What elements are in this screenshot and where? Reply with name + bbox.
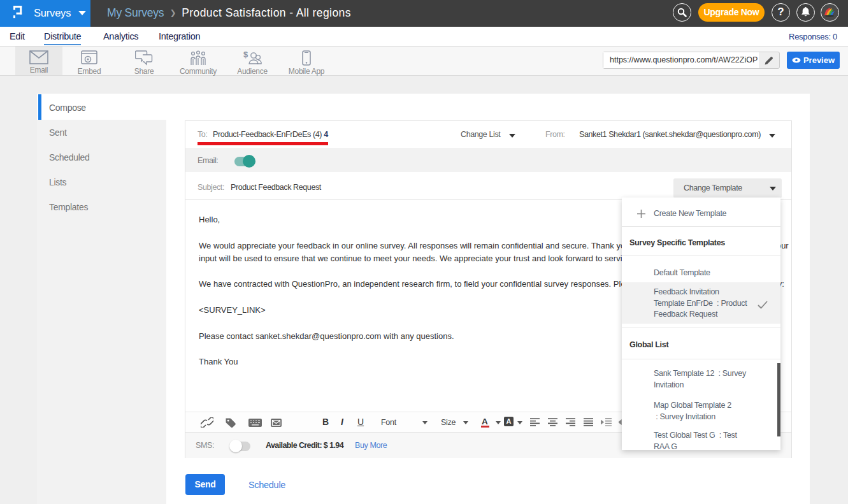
svg-text:$: $ (243, 50, 248, 59)
